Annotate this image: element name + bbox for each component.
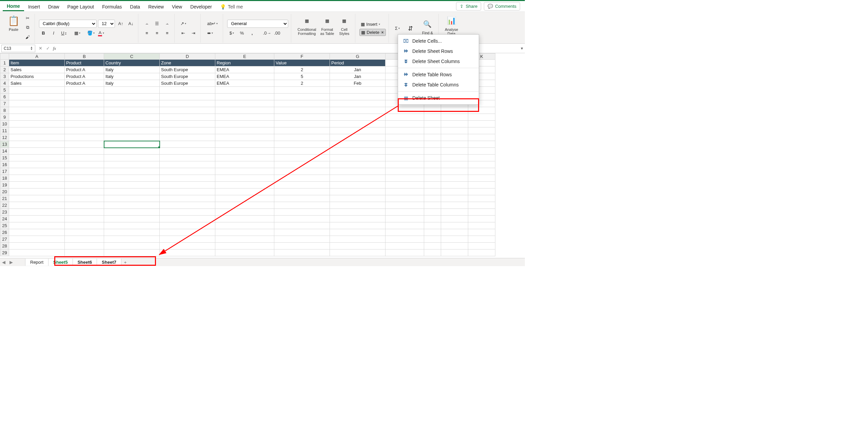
- cell[interactable]: Value: [274, 60, 330, 66]
- column-header[interactable]: F: [274, 54, 330, 60]
- cell[interactable]: Italy: [104, 73, 160, 80]
- cell[interactable]: [468, 114, 495, 121]
- cell[interactable]: [441, 249, 468, 256]
- tab-data[interactable]: Data: [126, 2, 144, 11]
- cell[interactable]: [65, 175, 104, 182]
- sheet-nav-prev-button[interactable]: ◀: [0, 260, 7, 265]
- cell[interactable]: [160, 94, 215, 100]
- cell[interactable]: [468, 107, 495, 114]
- column-header[interactable]: A: [9, 54, 65, 60]
- cell[interactable]: 5: [274, 73, 330, 80]
- cell[interactable]: [104, 87, 160, 94]
- cell[interactable]: [424, 148, 441, 155]
- cell[interactable]: [441, 222, 468, 229]
- cell[interactable]: [9, 249, 65, 256]
- cell[interactable]: [441, 148, 468, 155]
- orientation-button[interactable]: ↗: [179, 20, 188, 28]
- cell[interactable]: [274, 114, 330, 121]
- cell[interactable]: [468, 161, 495, 168]
- cell[interactable]: [441, 195, 468, 202]
- cell[interactable]: [468, 141, 495, 148]
- cell[interactable]: [330, 188, 386, 195]
- cell[interactable]: [274, 94, 330, 100]
- cell[interactable]: [9, 155, 65, 161]
- cell[interactable]: [468, 249, 495, 256]
- accounting-format-button[interactable]: $: [227, 29, 236, 37]
- decrease-decimal-button[interactable]: .00: [273, 29, 281, 37]
- cell[interactable]: [9, 229, 65, 236]
- merge-button[interactable]: ⬌: [205, 29, 215, 37]
- row-header[interactable]: 29: [0, 249, 9, 256]
- cell[interactable]: [274, 195, 330, 202]
- cell[interactable]: [215, 114, 274, 121]
- cell[interactable]: [441, 168, 468, 175]
- row-header[interactable]: 26: [0, 229, 9, 236]
- cell[interactable]: [274, 243, 330, 249]
- cell[interactable]: [330, 222, 386, 229]
- cell[interactable]: [441, 209, 468, 216]
- cell[interactable]: [386, 216, 424, 222]
- column-header[interactable]: E: [215, 54, 274, 60]
- tab-review[interactable]: Review: [144, 2, 168, 11]
- cell[interactable]: [215, 148, 274, 155]
- cell[interactable]: [104, 161, 160, 168]
- cell[interactable]: [468, 182, 495, 188]
- cell[interactable]: [424, 209, 441, 216]
- cell[interactable]: [424, 107, 441, 114]
- italic-button[interactable]: I: [49, 29, 58, 37]
- cell[interactable]: [9, 209, 65, 216]
- cell[interactable]: Product A: [65, 80, 104, 87]
- cell[interactable]: [441, 114, 468, 121]
- cell[interactable]: [160, 195, 215, 202]
- cell[interactable]: [330, 127, 386, 134]
- cell[interactable]: [386, 229, 424, 236]
- row-header[interactable]: 19: [0, 182, 9, 188]
- cell[interactable]: EMEA: [215, 66, 274, 73]
- cell[interactable]: [104, 168, 160, 175]
- cell[interactable]: [9, 202, 65, 209]
- cell[interactable]: Italy: [104, 80, 160, 87]
- cell[interactable]: [274, 148, 330, 155]
- sort-filter-button[interactable]: ⇵: [403, 22, 418, 35]
- menu-item-delete-cells[interactable]: ⌧Delete Cells...: [398, 36, 479, 46]
- row-header[interactable]: 28: [0, 243, 9, 249]
- cell[interactable]: [104, 236, 160, 243]
- row-header[interactable]: 27: [0, 236, 9, 243]
- paste-button[interactable]: 📋 Paste: [5, 14, 22, 32]
- cell[interactable]: [441, 229, 468, 236]
- cell[interactable]: [274, 229, 330, 236]
- cell[interactable]: [215, 175, 274, 182]
- cell[interactable]: [386, 182, 424, 188]
- cell[interactable]: [104, 134, 160, 141]
- cell[interactable]: Country: [104, 60, 160, 66]
- cell[interactable]: [9, 134, 65, 141]
- tab-developer[interactable]: Developer: [186, 2, 216, 11]
- cell[interactable]: [215, 141, 274, 148]
- cell[interactable]: South Europe: [160, 66, 215, 73]
- cell[interactable]: [160, 87, 215, 94]
- cell[interactable]: [468, 222, 495, 229]
- row-header[interactable]: 12: [0, 134, 9, 141]
- row-header[interactable]: 1: [0, 60, 9, 66]
- row-header[interactable]: 3: [0, 73, 9, 80]
- cell[interactable]: [274, 134, 330, 141]
- cell[interactable]: [330, 87, 386, 94]
- align-middle-button[interactable]: ☰: [153, 20, 161, 28]
- cell[interactable]: [424, 134, 441, 141]
- cell[interactable]: [330, 229, 386, 236]
- cell[interactable]: Sales: [9, 80, 65, 87]
- cell[interactable]: 2: [274, 80, 330, 87]
- cell[interactable]: [468, 229, 495, 236]
- cell[interactable]: [160, 188, 215, 195]
- cell[interactable]: [468, 127, 495, 134]
- cell[interactable]: [215, 236, 274, 243]
- cell[interactable]: [386, 114, 424, 121]
- column-header[interactable]: D: [160, 54, 215, 60]
- cell[interactable]: [160, 249, 215, 256]
- cell[interactable]: [274, 249, 330, 256]
- cell[interactable]: [274, 209, 330, 216]
- cell[interactable]: [424, 222, 441, 229]
- cell[interactable]: [330, 141, 386, 148]
- align-top-button[interactable]: ⫠: [142, 20, 151, 28]
- font-size-select[interactable]: 12: [98, 20, 115, 28]
